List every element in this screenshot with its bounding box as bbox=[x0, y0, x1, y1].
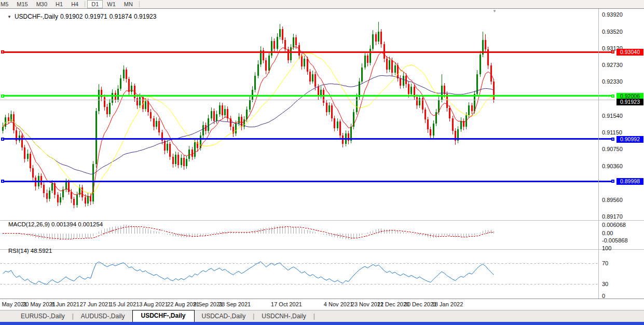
candle bbox=[410, 87, 412, 94]
candle bbox=[213, 111, 215, 121]
candle bbox=[433, 124, 434, 135]
candle bbox=[452, 118, 454, 131]
candle bbox=[71, 192, 72, 199]
price-tick: 0.89560 bbox=[602, 197, 623, 203]
candle bbox=[112, 93, 113, 103]
candle bbox=[158, 121, 160, 132]
candle bbox=[479, 55, 481, 74]
candle bbox=[369, 49, 371, 63]
rsi-layer bbox=[0, 262, 598, 285]
candle bbox=[268, 56, 270, 71]
candle bbox=[419, 98, 420, 105]
candle bbox=[380, 32, 382, 45]
candle bbox=[460, 121, 462, 129]
macd-indicator-label: MACD(12,26,9) 0.001394 0.001254 bbox=[8, 221, 103, 227]
rsi-name: RSI(14) bbox=[8, 248, 29, 254]
candle bbox=[249, 100, 251, 110]
price-level-badge: 0.89998 bbox=[616, 178, 643, 185]
candle bbox=[309, 72, 311, 82]
chart-tabbar: EURUSD-,Daily|AUDUSD-,DailyUSDCHF-,Daily… bbox=[0, 310, 644, 322]
candle bbox=[92, 164, 94, 201]
rsi-value: 48.5921 bbox=[31, 248, 52, 254]
candle bbox=[441, 86, 443, 100]
candle bbox=[364, 56, 366, 67]
candle bbox=[51, 183, 53, 191]
candle bbox=[98, 90, 100, 111]
candle bbox=[339, 121, 341, 135]
price-level-badge: 0.93040 bbox=[616, 49, 643, 56]
candle bbox=[109, 103, 111, 114]
candle bbox=[150, 112, 152, 118]
tab-audusd[interactable]: AUDUSD-,Daily bbox=[74, 311, 132, 322]
candle bbox=[312, 74, 313, 82]
candle bbox=[337, 121, 338, 128]
tab-usdcad[interactable]: USDCAD-,Daily bbox=[195, 311, 253, 322]
rsi-tick: 30 bbox=[602, 281, 608, 287]
candle bbox=[408, 84, 409, 94]
price-tick: 0.92330 bbox=[602, 78, 623, 85]
chart-canvas[interactable] bbox=[0, 0, 644, 325]
candle bbox=[191, 150, 193, 157]
candle bbox=[277, 37, 278, 49]
macd-tick: 0.00 bbox=[602, 230, 613, 236]
rsi-tick: 100 bbox=[602, 245, 611, 251]
price-level-badge: 0.91923 bbox=[616, 99, 643, 105]
candle bbox=[254, 76, 256, 90]
candle bbox=[422, 98, 423, 110]
candle bbox=[293, 37, 294, 47]
candle bbox=[211, 111, 212, 118]
price-tick: 0.91540 bbox=[602, 113, 623, 119]
candle bbox=[279, 29, 281, 37]
tab-usdcnh[interactable]: USDCNH-,Daily bbox=[254, 311, 313, 322]
tab-usdchf[interactable]: USDCHF-,Daily bbox=[132, 310, 195, 322]
candle bbox=[397, 65, 399, 78]
ohlc-open: 0.91902 bbox=[60, 13, 83, 20]
candle bbox=[24, 147, 25, 159]
candle bbox=[104, 97, 105, 107]
candle bbox=[386, 59, 388, 70]
ohlc-low: 0.91874 bbox=[109, 13, 132, 20]
candle bbox=[493, 82, 495, 100]
price-axis: 0.939200.935200.931200.927300.923300.915… bbox=[600, 0, 644, 312]
ohlc-close: 0.91923 bbox=[134, 13, 156, 20]
candle bbox=[60, 197, 61, 202]
candle bbox=[295, 37, 297, 45]
price-tick: 0.90750 bbox=[602, 146, 623, 152]
rsi-indicator-label: RSI(14) 48.5921 bbox=[8, 248, 52, 254]
candle bbox=[87, 196, 89, 204]
price-tick: 0.90360 bbox=[602, 163, 623, 169]
tab-eurusd[interactable]: EURUSD-,Daily bbox=[13, 311, 72, 322]
candle bbox=[106, 107, 108, 114]
candle bbox=[43, 185, 45, 193]
candle bbox=[375, 34, 377, 42]
macd-name: MACD(12,26,9) bbox=[8, 221, 50, 227]
candle bbox=[208, 118, 209, 131]
candle bbox=[145, 101, 146, 109]
candle bbox=[331, 105, 333, 118]
candle bbox=[117, 89, 119, 100]
candle bbox=[81, 187, 83, 197]
candle bbox=[172, 157, 174, 165]
price-tick: 0.93920 bbox=[602, 11, 623, 18]
candle bbox=[378, 32, 379, 42]
price-tick: 0.91150 bbox=[602, 129, 622, 136]
candle bbox=[403, 76, 404, 86]
candle bbox=[175, 155, 176, 164]
candle bbox=[21, 136, 23, 147]
candle bbox=[427, 119, 429, 129]
collapse-triangle-icon[interactable]: ▼ bbox=[7, 15, 11, 19]
date-tick: 3 Aug 2021 bbox=[139, 301, 168, 307]
candle bbox=[449, 108, 450, 118]
candle bbox=[298, 45, 300, 56]
macd-tick: -0.005868 bbox=[602, 237, 628, 243]
macd-values: 0.001394 0.001254 bbox=[51, 221, 103, 227]
candle bbox=[19, 136, 20, 141]
candle bbox=[430, 129, 431, 135]
candle bbox=[238, 117, 240, 124]
date-tick: 27 Jun 2021 bbox=[80, 301, 112, 307]
candle bbox=[257, 64, 259, 76]
chart-shift-icon[interactable]: ▼ bbox=[492, 9, 497, 13]
bottom-accent-strip bbox=[0, 322, 644, 325]
candle bbox=[27, 154, 29, 159]
candle bbox=[85, 197, 86, 203]
